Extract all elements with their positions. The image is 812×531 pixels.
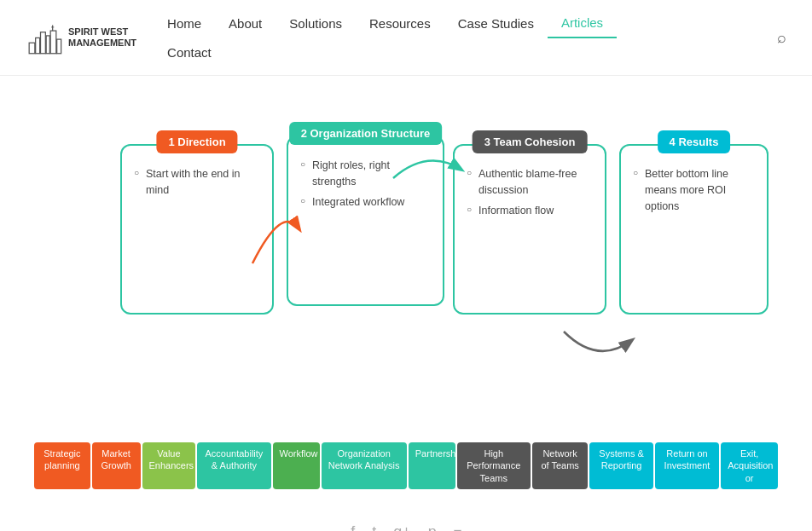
box-team-content: Authentic blame-free discussion Informat… bbox=[467, 166, 593, 218]
svg-rect-1 bbox=[36, 38, 40, 53]
main-content: 1 Direction Start with the end in mind 2… bbox=[0, 76, 812, 506]
box-team: 3 Team Cohesion Authentic blame-free dis… bbox=[453, 144, 606, 315]
nav-row1: Home About Solutions Resources Case Stud… bbox=[154, 9, 777, 38]
box-team-label: 3 Team Cohesion bbox=[473, 130, 588, 153]
search-icon[interactable]: ⌕ bbox=[777, 29, 786, 47]
box-direction-content: Start with the end in mind bbox=[134, 166, 260, 199]
nav-casestudies[interactable]: Case Studies bbox=[444, 9, 548, 38]
box-results-label: 4 Results bbox=[658, 130, 731, 153]
tag-value-enhancers[interactable]: Value Enhancers bbox=[142, 442, 196, 489]
tags-strip: Strategic planning Market Growth Value E… bbox=[26, 425, 786, 498]
logo-icon bbox=[26, 16, 68, 59]
tag-strategic-planning[interactable]: Strategic planning bbox=[34, 442, 90, 489]
box-direction-item-1: Start with the end in mind bbox=[134, 166, 260, 199]
nav-contact[interactable]: Contact bbox=[154, 38, 225, 66]
box-org-content: Right roles, right strengths Integrated … bbox=[300, 158, 431, 210]
box-org-item-2: Integrated workflow bbox=[300, 194, 431, 211]
tag-network-teams[interactable]: Network of Teams bbox=[532, 442, 589, 489]
nav-container: Home About Solutions Resources Case Stud… bbox=[154, 9, 777, 66]
pinterest-icon[interactable]: p bbox=[428, 523, 437, 531]
svg-rect-3 bbox=[46, 36, 49, 54]
svg-rect-5 bbox=[57, 39, 61, 54]
tag-accountability[interactable]: Accountability & Authority bbox=[197, 442, 270, 489]
box-results-item-1: Better bottom line means more ROI option… bbox=[633, 166, 755, 214]
diagram: 1 Direction Start with the end in mind 2… bbox=[35, 93, 777, 425]
tag-partnerships[interactable]: Partnerships bbox=[409, 442, 455, 489]
svg-rect-0 bbox=[29, 43, 35, 54]
nav-resources[interactable]: Resources bbox=[356, 9, 444, 38]
header: SPIRIT WEST MANAGEMENT Home About Soluti… bbox=[0, 0, 812, 76]
twitter-icon[interactable]: t bbox=[372, 523, 376, 531]
box-results-content: Better bottom line means more ROI option… bbox=[633, 166, 755, 214]
facebook-icon[interactable]: f bbox=[351, 523, 355, 531]
box-org-label: 2 Organization Structure bbox=[289, 122, 443, 145]
logo: SPIRIT WEST MANAGEMENT bbox=[26, 16, 136, 59]
box-direction-label: 1 Direction bbox=[156, 130, 237, 153]
tag-market-growth[interactable]: Market Growth bbox=[92, 442, 141, 489]
nav-articles[interactable]: Articles bbox=[548, 9, 617, 38]
box-results: 4 Results Better bottom line means more … bbox=[619, 144, 768, 315]
box-org: 2 Organization Structure Right roles, ri… bbox=[287, 136, 444, 306]
nav-about[interactable]: About bbox=[215, 9, 276, 38]
box-team-item-2: Information flow bbox=[467, 203, 593, 219]
svg-rect-2 bbox=[41, 32, 46, 54]
svg-rect-4 bbox=[50, 31, 56, 54]
more-icon[interactable]: ▾ bbox=[454, 523, 461, 531]
box-org-item-1: Right roles, right strengths bbox=[300, 158, 431, 190]
box-team-item-1: Authentic blame-free discussion bbox=[467, 166, 593, 199]
nav-row2: Contact bbox=[154, 38, 777, 66]
tag-workflow[interactable]: Workflow bbox=[273, 442, 320, 489]
social-bar: f t g+ p ▾ bbox=[0, 506, 812, 531]
tag-org-network[interactable]: Organization Network Analysis bbox=[322, 442, 407, 489]
tag-high-performance[interactable]: High Performance Teams bbox=[457, 442, 531, 489]
tag-roi[interactable]: Return on Investment bbox=[655, 442, 719, 489]
googleplus-icon[interactable]: g+ bbox=[393, 523, 411, 531]
logo-text: SPIRIT WEST MANAGEMENT bbox=[68, 26, 136, 49]
nav-home[interactable]: Home bbox=[154, 9, 215, 38]
tag-exit[interactable]: Exit, Acquisition or bbox=[721, 442, 778, 489]
tag-systems-reporting[interactable]: Systems & Reporting bbox=[589, 442, 652, 489]
box-direction: 1 Direction Start with the end in mind bbox=[120, 144, 274, 315]
nav-solutions[interactable]: Solutions bbox=[276, 9, 356, 38]
